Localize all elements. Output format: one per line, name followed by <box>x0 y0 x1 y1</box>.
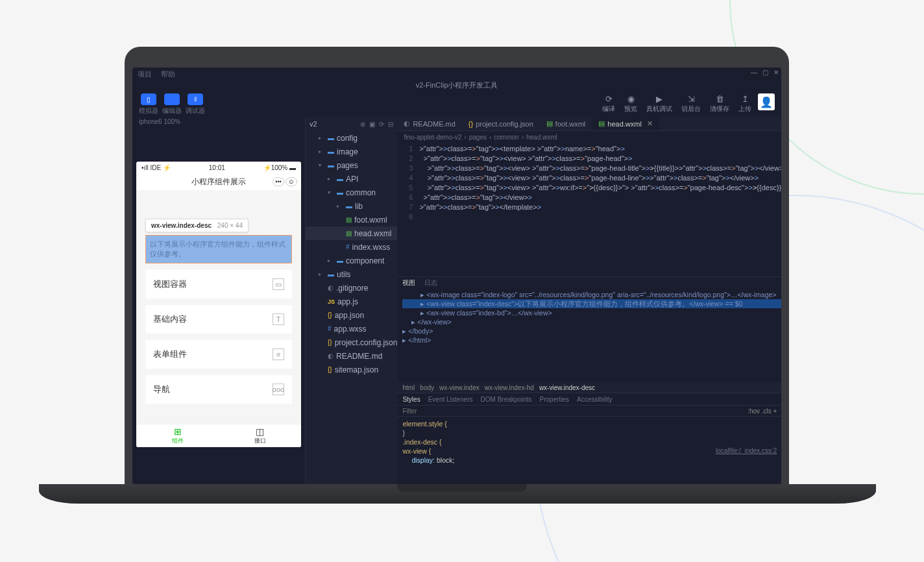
close-capsule-icon[interactable]: ⊙ <box>286 177 297 186</box>
tree-file[interactable]: # index.wxss <box>306 240 397 254</box>
tool-模拟器[interactable]: ▯ 模拟器 <box>139 93 158 116</box>
collapse-icon[interactable]: ⊟ <box>388 121 393 128</box>
avatar[interactable]: 👤 <box>758 93 775 110</box>
breadcrumb-item[interactable]: pages <box>469 134 487 141</box>
element-node[interactable]: ▸ <wx-image class="index-logo" src="../r… <box>402 290 781 299</box>
action-清缓存[interactable]: 🗑 清缓存 <box>710 93 729 114</box>
tree-label: index.wxss <box>352 243 391 252</box>
element-node[interactable]: ▸ <wx-view class="index-desc">以下将展示小程序官方… <box>402 299 781 308</box>
folder-icon: ▬ <box>346 202 352 210</box>
tree-folder[interactable]: ▸ ▬ API <box>306 172 397 186</box>
styles-tab[interactable]: Styles <box>402 396 420 403</box>
action-编译[interactable]: ⟳ 编译 <box>602 93 615 114</box>
editor-tab[interactable]: ▤ head.wxml ✕ <box>592 117 659 130</box>
chevron-icon: ▸ <box>319 271 325 277</box>
maximize-icon[interactable]: ▢ <box>762 69 768 76</box>
file-icon: # <box>328 325 332 332</box>
tabbar-item[interactable]: ⊞ 组件 <box>136 424 219 447</box>
list-item[interactable]: 基础内容 T <box>145 305 292 334</box>
styles-tab[interactable]: Accessibility <box>577 396 612 403</box>
minimize-icon[interactable]: — <box>751 69 757 76</box>
close-icon[interactable]: ✕ <box>773 69 779 76</box>
css-source-link[interactable]: localfile:/_index.css:2 <box>716 446 777 456</box>
carrier-label: •ıll IDE ⚡ <box>141 164 171 171</box>
new-file-icon[interactable]: ⊕ <box>360 121 365 128</box>
simulator-panel: iphone6 100% •ıll IDE ⚡ 10:01 ⚡100% ▬ 小程… <box>132 117 305 484</box>
element-crumb[interactable]: wx-view.index-desc <box>539 384 595 391</box>
tab-label: head.wxml <box>607 120 642 128</box>
element-crumb[interactable]: body <box>420 384 434 391</box>
tree-file[interactable]: ◐ .gitignore <box>306 281 397 295</box>
styles-hov-cls[interactable]: :hov .cls + <box>748 408 777 415</box>
action-icon: 🗑 <box>714 93 725 104</box>
styles-tab[interactable]: DOM Breakpoints <box>481 396 532 403</box>
element-crumb[interactable]: wx-view.index <box>439 384 480 391</box>
css-rules[interactable]: element.style {}.index-desc {</span></di… <box>397 417 781 484</box>
tree-file[interactable]: {} project.config.json <box>306 336 397 349</box>
tabbar-label: 组件 <box>172 437 184 445</box>
tree-folder[interactable]: ▸ ▬ lib <box>306 199 397 213</box>
tree-file[interactable]: {} sitemap.json <box>306 363 397 376</box>
refresh-icon[interactable]: ⟳ <box>379 121 384 128</box>
tree-folder[interactable]: ▸ ▬ component <box>306 254 397 267</box>
tabbar-item[interactable]: ◫ 接口 <box>219 424 301 447</box>
element-node[interactable]: ▸ </html> <box>402 336 781 345</box>
tab-close-icon[interactable]: ✕ <box>647 119 653 128</box>
list-item[interactable]: 视图容器 ▭ <box>145 270 292 299</box>
tool-icon: ▯ <box>141 93 156 105</box>
elements-panel[interactable]: ▸ <wx-image class="index-logo" src="../r… <box>397 289 781 382</box>
new-folder-icon[interactable]: ▣ <box>369 121 375 128</box>
action-真机调试[interactable]: ▶ 真机调试 <box>646 93 672 114</box>
breadcrumb-item[interactable]: fino-applet-demo-v2 <box>404 134 461 141</box>
tab-label: foot.wxml <box>555 120 585 128</box>
element-node[interactable]: ▸ </wx-view> <box>402 317 781 326</box>
list-item[interactable]: 导航 ooo <box>145 375 292 404</box>
tabbar-label: 接口 <box>254 437 266 445</box>
laptop-frame: 项目 帮助 — ▢ ✕ v2-FinClip小程序开发工具 ▯ 模拟器 编辑器 … <box>125 47 789 484</box>
element-crumb[interactable]: wx-view.index-hd <box>485 384 534 391</box>
element-node[interactable]: ▸ </body> <box>402 326 781 336</box>
code-editor[interactable]: 12345678 >"attr">>class>=>"tag">><templa… <box>397 143 781 276</box>
element-crumb[interactable]: html <box>402 384 415 391</box>
editor-tab[interactable]: {} project.config.json <box>462 117 540 130</box>
tree-folder[interactable]: ▾ ▬ common <box>306 186 397 199</box>
styles-tab[interactable]: Event Listeners <box>428 396 473 403</box>
window-controls: — ▢ ✕ <box>751 69 779 76</box>
breadcrumb-item[interactable]: common <box>494 134 518 141</box>
menu-help[interactable]: 帮助 <box>161 69 175 79</box>
breadcrumb-item[interactable]: head.wxml <box>526 134 557 141</box>
styles-filter-input[interactable] <box>402 408 744 415</box>
tree-label: README.md <box>336 352 382 361</box>
action-上传[interactable]: ↥ 上传 <box>738 93 751 114</box>
editor-tab[interactable]: ▤ foot.wxml <box>540 117 592 130</box>
tree-folder[interactable]: ▸ ▬ utils <box>306 267 397 281</box>
tool-编辑器[interactable]: 编辑器 <box>162 93 182 116</box>
folder-icon: ▬ <box>337 257 343 264</box>
tree-folder[interactable]: ▸ ▬ config <box>306 131 397 145</box>
styles-tab[interactable]: Properties <box>540 396 570 403</box>
devtools-tab-log[interactable]: 日志 <box>424 278 437 287</box>
tree-file[interactable]: {} app.json <box>306 308 397 322</box>
tree-folder[interactable]: ▸ ▬ image <box>306 145 397 158</box>
tool-调试器[interactable]: ⫴ 调试器 <box>186 93 205 116</box>
action-预览[interactable]: ◉ 预览 <box>624 93 637 114</box>
tree-file[interactable]: ◐ README.md <box>306 349 397 363</box>
devtools-tab-view[interactable]: 视图 <box>402 278 415 287</box>
code-content[interactable]: >"attr">>class>=>"tag">><template> >"att… <box>419 144 781 276</box>
tree-file[interactable]: ▤ foot.wxml <box>306 213 397 226</box>
element-node[interactable]: ▸ <wx-view class="index-bd">…</wx-view> <box>402 308 781 317</box>
tree-file[interactable]: JS app.js <box>306 295 397 308</box>
action-label: 预览 <box>624 104 637 114</box>
menu-project[interactable]: 项目 <box>138 69 152 79</box>
phone-title: 小程序组件展示 <box>191 177 246 188</box>
tree-folder[interactable]: ▾ ▬ pages <box>306 158 397 172</box>
file-icon: ◐ <box>328 284 334 291</box>
tree-label: head.wxml <box>354 229 391 238</box>
tree-file[interactable]: ▤ head.wxml <box>306 226 397 240</box>
tool-icon <box>164 93 180 105</box>
list-item[interactable]: 表单组件 ≡ <box>145 340 292 369</box>
action-切后台[interactable]: ⇲ 切后台 <box>681 93 701 114</box>
more-icon[interactable]: ••• <box>273 177 284 186</box>
editor-tab[interactable]: ◐ README.md <box>397 117 461 130</box>
tree-file[interactable]: # app.wxss <box>306 322 397 336</box>
